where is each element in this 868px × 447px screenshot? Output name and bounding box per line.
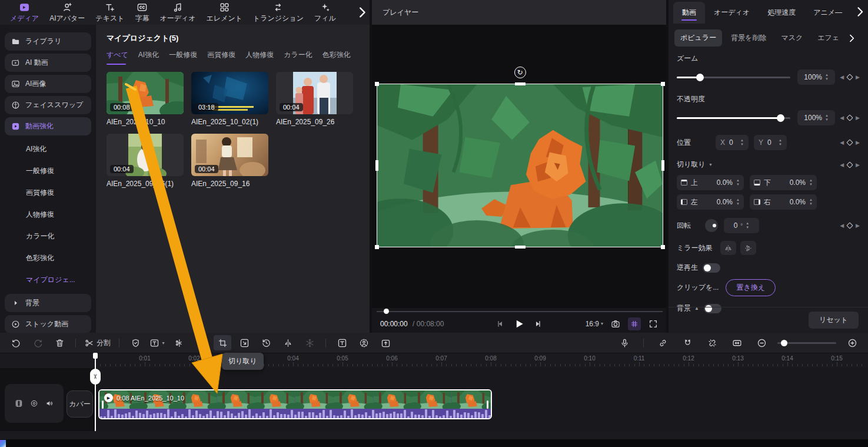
position-x-field[interactable]: X 0 ▲▼ (716, 135, 749, 150)
properties-subtab-remove-bg[interactable]: 背景を削除 (725, 29, 772, 47)
fullscreen-icon[interactable] (648, 319, 658, 329)
track-monitor-icon[interactable] (30, 399, 38, 408)
play-icon[interactable] (513, 318, 525, 330)
flip-button[interactable] (279, 335, 297, 350)
keyframe-next-icon[interactable]: ▶ (856, 140, 860, 145)
opacity-stepper[interactable]: ▲▼ (825, 114, 829, 121)
unlink-button[interactable] (703, 335, 721, 350)
resize-handle-bottom-left[interactable] (375, 245, 379, 249)
media-item[interactable]: 00:04AIEn_2025_09_16 (191, 134, 268, 188)
properties-subtab-effect[interactable]: エフェ (812, 29, 845, 47)
next-frame-icon[interactable] (534, 319, 543, 329)
top-tab-audio[interactable]: オーディオ (154, 0, 201, 25)
media-thumbnail-underwater[interactable]: 03:18 (191, 72, 268, 114)
media-tab-quality-repair[interactable]: 画質修復 (207, 50, 235, 65)
sidebar-item-ai-enhance[interactable]: AI強化 (5, 138, 91, 160)
timeline-zoom-slider[interactable] (777, 342, 836, 344)
resize-handle-top[interactable] (515, 82, 526, 85)
properties-tab-audio[interactable]: オーディオ (705, 2, 759, 24)
opacity-value-field[interactable]: 100% ▲▼ (797, 110, 835, 125)
crop-top-field[interactable]: 上0.0%▲▼ (677, 175, 744, 190)
top-tab-elements[interactable]: エレメント (201, 0, 248, 25)
keyframe-prev-icon[interactable]: ◀ (840, 140, 844, 145)
keyframe-prev-icon[interactable]: ◀ (840, 162, 844, 168)
position-y-field[interactable]: Y 0 ▲▼ (754, 135, 787, 150)
media-thumbnail-lion[interactable]: 00:08 (107, 72, 184, 114)
cover-button[interactable]: カバー (66, 390, 93, 418)
zoom-out-button[interactable] (753, 335, 770, 350)
crop-top-stepper[interactable]: ▲▼ (736, 179, 740, 186)
resize-handle-left[interactable] (375, 160, 378, 171)
rotate-value-field[interactable]: 0 ° ▲▼ (724, 218, 759, 233)
top-tab-subtitle[interactable]: 字幕 (129, 0, 154, 25)
rotate-handle[interactable]: ↻ (514, 67, 526, 78)
resize-handle-bottom[interactable] (515, 246, 526, 249)
split-button[interactable]: 分割 (83, 335, 112, 350)
chevron-right-icon[interactable] (847, 34, 856, 43)
zoom-stepper[interactable]: ▲▼ (825, 74, 829, 81)
player-progress-bar[interactable] (377, 309, 663, 314)
media-thumbnail-meadow[interactable]: 00:04 (107, 134, 184, 176)
delete-button[interactable] (51, 335, 68, 350)
resize-handle-top-right[interactable] (661, 82, 665, 86)
crop-right-stepper[interactable]: ▲▼ (809, 198, 813, 206)
playhead-scissors-badge[interactable]: ✂ (90, 369, 101, 385)
keyframe-prev-icon[interactable]: ◀ (840, 223, 844, 229)
media-tab-all[interactable]: すべて (107, 50, 128, 65)
timeline-ruler[interactable]: 0:010:020:030:040:050:060:070:080:090:10… (0, 353, 868, 368)
snap-button[interactable] (679, 335, 696, 350)
frame-export-button[interactable] (235, 335, 253, 350)
keyframe-prev-icon[interactable]: ◀ (840, 115, 844, 121)
progress-knob[interactable] (384, 309, 389, 314)
media-thumbnail-dance[interactable]: 00:04 (191, 134, 268, 176)
reset-button[interactable]: リセット (809, 312, 859, 329)
keyframe-next-icon[interactable]: ▶ (856, 74, 860, 80)
media-thumbnail-family[interactable]: 00:04 (276, 72, 353, 114)
media-tab-person-repair[interactable]: 人物修復 (245, 50, 274, 65)
top-tab-text[interactable]: テキスト (90, 0, 129, 25)
rotate-stepper[interactable]: ▲▼ (746, 222, 749, 229)
link-button[interactable] (654, 335, 671, 350)
sidebar-item-library[interactable]: ライブラリ (5, 32, 91, 51)
zoom-value-field[interactable]: 100% ▲▼ (797, 69, 835, 85)
keyframe-next-icon[interactable]: ▶ (856, 162, 860, 168)
chevron-down-icon[interactable]: ▾ (710, 162, 712, 167)
aspect-ratio-select[interactable]: 16:9 ▾ (586, 320, 603, 328)
sidebar-item-video-enhance[interactable]: 動画強化 (5, 117, 91, 135)
crop-right-field[interactable]: 右0.0%▲▼ (750, 194, 817, 210)
keyframe-add-icon[interactable] (846, 139, 853, 145)
properties-subtab-mask[interactable]: マスク (775, 29, 809, 47)
zoom-in-button[interactable] (843, 335, 861, 350)
avatar-button[interactable] (355, 335, 373, 350)
voiceover-button[interactable] (616, 335, 633, 350)
opacity-slider[interactable] (677, 117, 790, 119)
upload-button[interactable] (377, 335, 394, 350)
flip-vertical-button[interactable] (740, 241, 756, 255)
fit-button[interactable] (728, 335, 746, 350)
sidebar-item-quality-repair[interactable]: 画質修復 (5, 182, 91, 204)
flip-horizontal-button[interactable] (720, 241, 736, 255)
video-preview[interactable]: ↻ (377, 84, 663, 247)
playhead[interactable]: ✂ (95, 353, 96, 431)
keyframe-add-icon[interactable] (846, 114, 853, 121)
sidebar-item-my-projects[interactable]: マイプロジェ... (5, 269, 91, 291)
crop-left-stepper[interactable]: ▲▼ (736, 198, 740, 206)
playhead-head[interactable] (93, 353, 98, 359)
sidebar-item-ai-video[interactable]: AI 動画 (5, 54, 91, 72)
media-tab-color-enhance[interactable]: 色彩強化 (322, 50, 351, 65)
top-tab-transition[interactable]: トランジション (248, 0, 309, 25)
keyframe-prev-icon[interactable]: ◀ (840, 74, 844, 80)
clip-trim-handle-left[interactable] (102, 400, 104, 409)
sidebar-item-colorize[interactable]: カラー化 (5, 226, 91, 247)
rotate-dial[interactable] (705, 219, 718, 232)
zoom-slider[interactable] (677, 77, 790, 78)
opacity-slider-knob[interactable] (777, 114, 784, 122)
sidebar-item-face-swap[interactable]: フェイススワップ (5, 96, 91, 114)
zoom-slider-knob[interactable] (696, 74, 704, 81)
speaker-icon[interactable] (45, 399, 54, 408)
sidebar-item-general-repair[interactable]: 一般修復 (5, 160, 91, 182)
sidebar-item-person-repair[interactable]: 人物修復 (5, 204, 91, 226)
top-tab-filter[interactable]: フィル (309, 0, 341, 25)
timeline-zoom-knob[interactable] (781, 340, 787, 346)
properties-tab-speed[interactable]: 処理速度 (759, 2, 804, 24)
